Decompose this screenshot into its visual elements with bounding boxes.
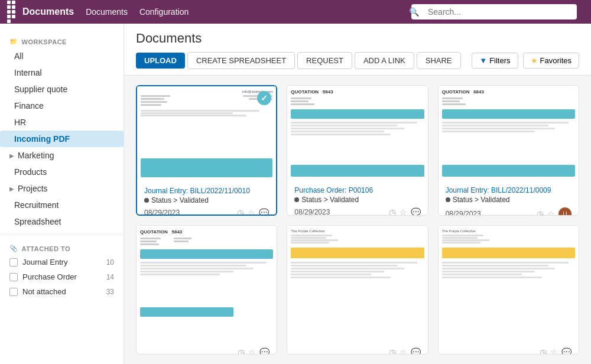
- nav-documents[interactable]: Documents: [86, 7, 128, 17]
- top-navigation: Documents Documents Configuration 🔍: [0, 0, 591, 24]
- arrow-icon-projects: ▶: [9, 186, 14, 192]
- nav-links: Documents Configuration: [86, 7, 189, 17]
- documents-grid: info@example.com: [124, 76, 591, 364]
- menu-icon-1[interactable]: 💬: [259, 208, 269, 216]
- sidebar: 📁 WORKSPACE All Internal Supplier quote …: [0, 24, 124, 364]
- main-content: 📁 WORKSPACE All Internal Supplier quote …: [0, 24, 591, 364]
- sidebar-item-spreadsheet[interactable]: Spreadsheet: [0, 213, 124, 230]
- doc-body-4: ◷ ☆ 💬: [137, 320, 277, 355]
- sidebar-item-internal[interactable]: Internal: [0, 64, 124, 81]
- doc-actions-4: ◷ ☆ 💬: [238, 347, 269, 355]
- workspace-section-title: 📁 WORKSPACE: [0, 33, 124, 48]
- page-title: Documents: [136, 31, 579, 46]
- doc-type-3: Journal Entry: BILL/2022/11/0009: [446, 186, 571, 194]
- filters-button[interactable]: ▼ Filters: [472, 53, 518, 69]
- create-spreadsheet-button[interactable]: CREATE SPREADSHEET: [187, 52, 295, 69]
- doc-footer-4: ◷ ☆ 💬: [144, 347, 269, 355]
- status-dot-2: [294, 197, 299, 202]
- doc-card-4[interactable]: QUOTATION 5843: [136, 225, 277, 355]
- doc-body-6: ◷ ☆ 💬: [439, 320, 579, 355]
- page-header: Documents UPLOAD CREATE SPREADSHEET REQU…: [124, 24, 591, 76]
- doc-card-2[interactable]: QUOTATION 5843: [287, 85, 428, 216]
- star-icon-2[interactable]: ☆: [400, 207, 407, 216]
- doc-body-1: Journal Entry: BILL/2022/11/0010 Status …: [137, 181, 276, 216]
- attached-item-not-attached[interactable]: Not attached 33: [0, 284, 124, 299]
- doc-thumbnail-2: QUOTATION 5843: [287, 86, 427, 180]
- sidebar-item-incoming-pdf[interactable]: Incoming PDF: [0, 131, 124, 147]
- doc-body-5: ◷ ☆ 💬: [287, 320, 427, 355]
- toolbar: UPLOAD CREATE SPREADSHEET REQUEST ADD A …: [136, 52, 579, 75]
- clock-icon-3[interactable]: ◷: [537, 209, 544, 216]
- star-icon-1[interactable]: ☆: [248, 208, 255, 216]
- clock-icon-1[interactable]: ◷: [237, 208, 244, 216]
- sidebar-item-supplier-quote[interactable]: Supplier quote: [0, 81, 124, 98]
- request-button[interactable]: REQUEST: [297, 52, 352, 69]
- nav-configuration[interactable]: Configuration: [139, 7, 189, 17]
- search-icon: 🔍: [409, 7, 419, 17]
- doc-card-5[interactable]: The Purple Collective: [287, 225, 428, 355]
- sidebar-item-hr[interactable]: HR: [0, 114, 124, 131]
- clock-icon-4[interactable]: ◷: [238, 347, 245, 355]
- clock-icon-5[interactable]: ◷: [389, 347, 396, 355]
- doc-body-3: Journal Entry: BILL/2022/11/0009 Status …: [439, 180, 579, 216]
- doc-status-1: Status > Validated: [144, 196, 269, 204]
- star-icon-4[interactable]: ☆: [248, 347, 256, 355]
- favorites-button[interactable]: ★ Favorites: [523, 53, 579, 69]
- doc-actions-5: ◷ ☆ 💬: [389, 347, 421, 355]
- user-avatar-3: U: [558, 207, 571, 216]
- doc-footer-2: 08/29/2023 ◷ ☆ 💬: [294, 207, 420, 216]
- search-bar: 🔍: [404, 0, 584, 24]
- add-a-link-button[interactable]: ADD A LINK: [355, 52, 414, 69]
- sidebar-item-products[interactable]: Products: [0, 164, 124, 180]
- doc-status-3: Status > Validated: [446, 196, 571, 204]
- doc-thumbnail-1: info@example.com: [137, 86, 276, 181]
- star-icon-3[interactable]: ☆: [547, 209, 555, 216]
- attached-item-purchase-order[interactable]: Purchase Order 14: [0, 269, 124, 284]
- star-icon-5[interactable]: ☆: [400, 347, 407, 355]
- arrow-icon: ▶: [9, 152, 14, 159]
- filter-icon: ▼: [479, 56, 487, 65]
- doc-card-3[interactable]: QUOTATION 6843: [438, 85, 579, 216]
- doc-footer-6: ◷ ☆ 💬: [446, 347, 571, 355]
- doc-type-4: [144, 326, 269, 334]
- sidebar-item-all[interactable]: All: [0, 48, 124, 64]
- doc-type-6: [446, 326, 571, 334]
- doc-actions-6: ◷ ☆ 💬: [540, 347, 571, 355]
- doc-card-1[interactable]: info@example.com: [136, 85, 277, 216]
- doc-thumbnail-4: QUOTATION 5843: [137, 226, 277, 320]
- sidebar-item-finance[interactable]: Finance: [0, 98, 124, 114]
- share-button[interactable]: SHARE: [417, 52, 461, 69]
- status-dot-3: [446, 197, 450, 202]
- menu-icon-6[interactable]: 💬: [561, 347, 571, 355]
- menu-icon-4[interactable]: 💬: [259, 347, 269, 355]
- right-area: Documents UPLOAD CREATE SPREADSHEET REQU…: [124, 24, 591, 364]
- doc-status-4: [144, 336, 269, 344]
- attached-item-journal-entry[interactable]: Journal Entry 10: [0, 255, 124, 269]
- menu-icon-5[interactable]: 💬: [411, 347, 421, 355]
- checkbox-not-attached[interactable]: [9, 288, 18, 296]
- app-name: Documents: [22, 6, 74, 17]
- sidebar-item-recruitment[interactable]: Recruitment: [0, 197, 124, 213]
- doc-card-6[interactable]: The Purple Collective: [438, 225, 579, 355]
- menu-icon-2[interactable]: 💬: [411, 207, 421, 216]
- doc-body-2: Purchase Order: P00106 Status > Validate…: [287, 180, 427, 216]
- checkbox-purchase-order[interactable]: [9, 273, 18, 281]
- doc-type-2: Purchase Order: P00106: [294, 186, 420, 194]
- status-dot-1: [144, 198, 149, 203]
- search-input[interactable]: [411, 4, 577, 20]
- doc-type-5: [294, 326, 420, 334]
- doc-footer-5: ◷ ☆ 💬: [294, 347, 420, 355]
- clock-icon-6[interactable]: ◷: [540, 347, 547, 355]
- clock-icon-2[interactable]: ◷: [389, 207, 396, 216]
- doc-actions-1: ◷ ☆ 💬: [237, 208, 269, 216]
- checkbox-journal-entry[interactable]: [9, 258, 18, 266]
- doc-actions-3: ◷ ☆ U: [537, 207, 571, 216]
- doc-footer-3: 08/29/2023 ◷ ☆ U: [446, 207, 571, 216]
- sidebar-item-projects[interactable]: ▶ Projects: [0, 180, 124, 197]
- sidebar-item-marketing[interactable]: ▶ Marketing: [0, 147, 124, 164]
- upload-button[interactable]: UPLOAD: [136, 53, 185, 69]
- app-grid-icon[interactable]: [7, 1, 17, 23]
- doc-status-2: Status > Validated: [294, 196, 420, 204]
- star-icon-6[interactable]: ☆: [550, 347, 558, 355]
- attach-icon: 📎: [9, 245, 18, 252]
